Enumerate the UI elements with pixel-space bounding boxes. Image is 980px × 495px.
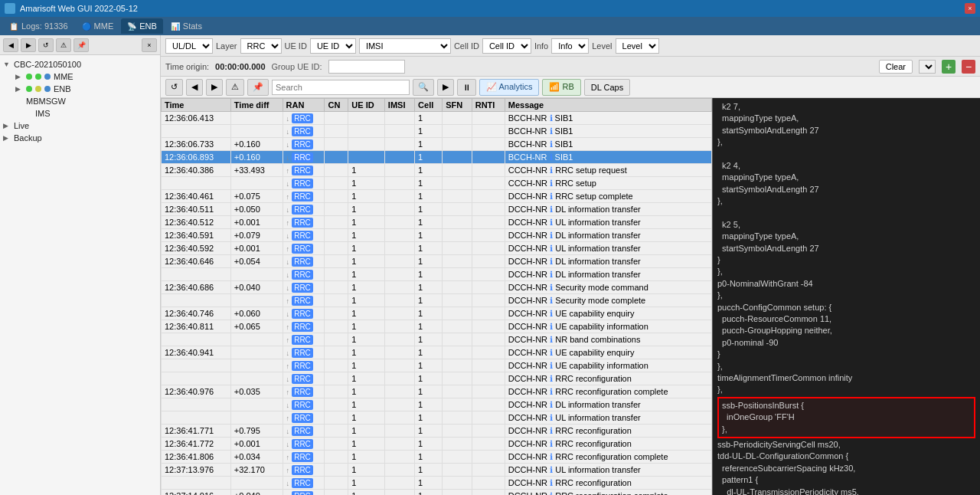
msg-info-icon: ℹ <box>550 439 553 448</box>
cell-imsi <box>384 359 414 372</box>
tree-item-enb[interactable]: ▶ ENB <box>0 83 160 95</box>
pin-action-button[interactable]: 📌 <box>247 79 269 96</box>
search-input[interactable] <box>272 80 410 95</box>
ran-badge: RRC <box>292 179 313 188</box>
enb-dot2 <box>35 86 41 92</box>
table-row[interactable]: ↑ RRC 1 1 DCCH-NR ℹ NR band combinations <box>162 333 712 346</box>
table-row[interactable]: ↑ RRC 1 1 DCCH-NR ℹ UE capability inform… <box>162 359 712 372</box>
table-row[interactable]: 12:36:41.772 +0.001 ↓ RRC 1 1 DCCH-NR ℹ … <box>162 438 712 451</box>
table-row[interactable]: 12:36:40.592 +0.001 ↑ RRC 1 1 DCCH-NR ℹ … <box>162 242 712 255</box>
nav-bar: ◀ ▶ ↺ ⚠ 📌 × <box>0 35 160 55</box>
table-row[interactable]: ↑ RRC 1 1 DCCH-NR ℹ Security mode comple… <box>162 294 712 307</box>
mode-select[interactable]: UL/DL <box>165 38 213 54</box>
ue-id-select[interactable]: UE ID <box>310 38 356 54</box>
table-row[interactable]: 12:36:06.893 +0.160 ↓ RRC 1 BCCH-NR ℹ SI… <box>162 151 712 164</box>
msg-label: UE capability enquiry <box>555 309 634 318</box>
cell-message: DCCH-NR ℹ UE capability information <box>505 359 711 372</box>
table-row[interactable]: 12:36:06.733 +0.160 ↓ RRC 1 BCCH-NR ℹ SI… <box>162 138 712 151</box>
table-row[interactable]: 12:36:40.591 +0.079 ↓ RRC 1 1 DCCH-NR ℹ … <box>162 229 712 242</box>
nav-refresh-button[interactable]: ↺ <box>38 38 54 52</box>
refresh-button[interactable]: ↺ <box>165 79 183 96</box>
table-row[interactable]: 12:36:41.771 +0.795 ↓ RRC 1 1 DCCH-NR ℹ … <box>162 425 712 438</box>
table-row[interactable]: ↓ RRC 1 BCCH-NR ℹ SIB1 <box>162 125 712 138</box>
cell-message: DCCH-NR ℹ UL information transfer <box>505 411 711 425</box>
nav-warn-button[interactable]: ⚠ <box>56 38 71 52</box>
tab-enb[interactable]: 📡 ENB <box>121 18 163 34</box>
cell-rnti <box>472 385 505 398</box>
cell-cn <box>325 385 348 398</box>
tree-item-backup[interactable]: ▶ Backup <box>0 132 160 144</box>
table-row[interactable]: 12:36:40.512 +0.001 ↑ RRC 1 1 DCCH-NR ℹ … <box>162 216 712 229</box>
analytics-button[interactable]: 📈 Analytics <box>479 79 539 96</box>
direction-arrow: ↑ <box>286 323 290 331</box>
cell-ran: ↓ RRC <box>283 477 325 490</box>
tree-arrow-root: ▼ <box>3 61 11 68</box>
group-ue-input[interactable] <box>328 60 405 74</box>
add-filter-button[interactable]: + <box>942 60 956 74</box>
table-row[interactable]: 12:36:40.976 +0.035 ↑ RRC 1 1 DCCH-NR ℹ … <box>162 385 712 398</box>
tree-item-root[interactable]: ▼ CBC-2021050100 <box>0 58 160 70</box>
prev-button[interactable]: ◀ <box>186 79 203 96</box>
cell-sfn <box>443 281 472 294</box>
table-row[interactable]: 12:37:13.976 +32.170 ↑ RRC 1 1 DCCH-NR ℹ… <box>162 464 712 477</box>
info-select[interactable]: Info <box>551 38 589 54</box>
tab-logs[interactable]: 📋 Logs: 91336 <box>3 18 74 34</box>
nav-back-button[interactable]: ◀ <box>3 38 18 52</box>
table-row[interactable]: ↓ RRC 1 1 DCCH-NR ℹ RRC reconfiguration <box>162 372 712 385</box>
layer-select[interactable]: RRC <box>240 38 282 54</box>
remove-filter-button[interactable]: − <box>962 60 975 74</box>
table-row[interactable]: 12:36:40.386 +33.493 ↑ RRC 1 1 CCCH-NR ℹ… <box>162 164 712 177</box>
nav-forward-button[interactable]: ▶ <box>21 38 36 52</box>
table-row[interactable]: ↓ RRC 1 1 CCCH-NR ℹ RRC setup <box>162 177 712 190</box>
table-row[interactable]: 12:36:06.413 ↓ RRC 1 BCCH-NR ℹ SIB1 <box>162 112 712 125</box>
cell-id-select[interactable]: Cell ID <box>482 38 531 54</box>
msg-info-icon: ℹ <box>550 283 553 292</box>
table-row[interactable]: 12:37:14.016 +0.040 ↑ RRC 1 1 DCCH-NR ℹ … <box>162 490 712 496</box>
table-row[interactable]: 12:36:40.511 +0.050 ↓ RRC 1 1 DCCH-NR ℹ … <box>162 203 712 216</box>
tree-live-label: Live <box>14 121 29 130</box>
cell-message: DCCH-NR ℹ NR band combinations <box>505 333 711 346</box>
cell-ue-id: 1 <box>348 398 385 411</box>
col-sfn: SFN <box>443 99 472 112</box>
table-row[interactable]: 12:36:40.941 ↓ RRC 1 1 DCCH-NR ℹ UE capa… <box>162 346 712 359</box>
tab-stats[interactable]: 📊 Stats <box>165 18 208 34</box>
next-button[interactable]: ▶ <box>206 79 223 96</box>
dl-cap-button[interactable]: DL Caps <box>584 79 630 96</box>
table-row[interactable]: ↑ RRC 1 1 DCCH-NR ℹ UL information trans… <box>162 411 712 425</box>
close-button[interactable]: × <box>965 3 975 14</box>
table-row[interactable]: ↓ RRC 1 1 DCCH-NR ℹ DL information trans… <box>162 398 712 411</box>
clear-button[interactable]: Clear <box>879 60 913 74</box>
table-row[interactable]: 12:36:40.746 +0.060 ↓ RRC 1 1 DCCH-NR ℹ … <box>162 307 712 320</box>
filter-dropdown[interactable] <box>919 60 936 74</box>
pause-button[interactable]: ⏸ <box>457 79 476 96</box>
warn-action-button[interactable]: ⚠ <box>226 79 244 96</box>
tree-item-mbmsgw[interactable]: MBMSGW <box>0 95 160 107</box>
table-row[interactable]: 12:36:40.811 +0.065 ↑ RRC 1 1 DCCH-NR ℹ … <box>162 320 712 333</box>
cell-cell: 1 <box>415 138 443 151</box>
table-row[interactable]: ↓ RRC 1 1 DCCH-NR ℹ DL information trans… <box>162 268 712 281</box>
col-imsi: IMSI <box>384 99 414 112</box>
table-row[interactable]: 12:36:40.461 +0.075 ↑ RRC 1 1 DCCH-NR ℹ … <box>162 190 712 203</box>
imsi-select[interactable]: IMSI <box>359 38 451 54</box>
table-row[interactable]: ↓ RRC 1 1 DCCH-NR ℹ RRC reconfiguration <box>162 477 712 490</box>
play-button[interactable]: ▶ <box>437 79 454 96</box>
msg-label: UL information transfer <box>555 218 640 227</box>
tree-item-live[interactable]: ▶ Live <box>0 120 160 132</box>
table-row[interactable]: 12:36:40.646 +0.054 ↓ RRC 1 1 DCCH-NR ℹ … <box>162 255 712 268</box>
rb-button[interactable]: 📶 RB <box>542 79 580 96</box>
cell-ue-id: 1 <box>348 281 385 294</box>
nav-pin-button[interactable]: 📌 <box>74 38 89 52</box>
table-and-panel: Time Time diff RAN CN UE ID IMSI Cell SF… <box>161 98 980 495</box>
table-row[interactable]: 12:36:40.686 +0.040 ↓ RRC 1 1 DCCH-NR ℹ … <box>162 281 712 294</box>
nav-close-button[interactable]: × <box>142 38 157 52</box>
tab-mme[interactable]: 🔵 MME <box>76 18 120 34</box>
level-select[interactable]: Level <box>616 38 659 54</box>
table-row[interactable]: 12:36:41.806 +0.034 ↑ RRC 1 1 DCCH-NR ℹ … <box>162 451 712 464</box>
ran-badge: RRC <box>292 126 313 136</box>
table-container[interactable]: Time Time diff RAN CN UE ID IMSI Cell SF… <box>161 98 712 495</box>
tree-item-ims[interactable]: IMS <box>0 107 160 120</box>
tree-item-mme[interactable]: ▶ MME <box>0 70 160 83</box>
msg-info-icon: ℹ <box>550 139 553 149</box>
cell-message: CCCH-NR ℹ RRC setup <box>505 177 711 190</box>
search-button[interactable]: 🔍 <box>413 79 434 96</box>
